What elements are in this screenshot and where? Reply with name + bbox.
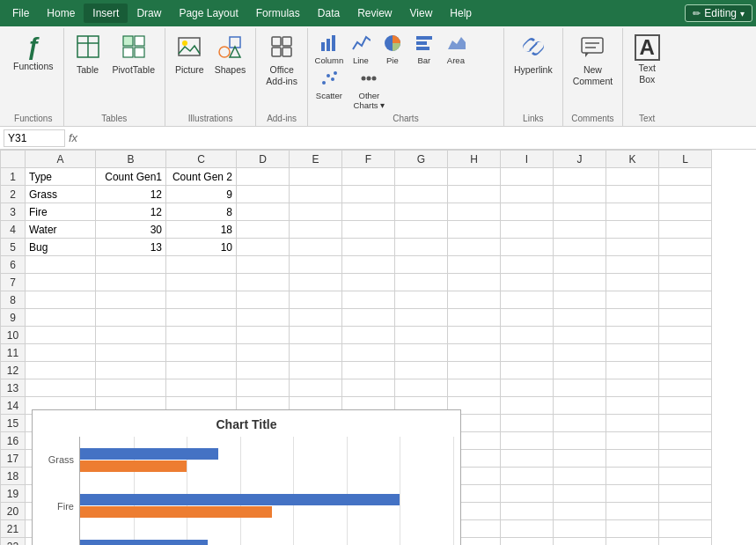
menu-data[interactable]: Data [309,4,349,23]
cell[interactable] [501,203,554,221]
cell[interactable]: 13 [96,239,166,256]
cell[interactable] [606,239,659,256]
cell[interactable] [96,274,166,291]
cell[interactable] [96,327,166,344]
cell[interactable] [501,468,554,485]
menu-file[interactable]: File [4,4,38,23]
cell[interactable] [606,468,659,485]
cell[interactable] [237,203,290,221]
cell[interactable]: 30 [96,221,166,239]
cell[interactable] [606,274,659,291]
cell[interactable] [237,239,290,256]
cell[interactable] [166,256,237,274]
cell[interactable] [554,432,606,450]
cell[interactable] [659,291,712,309]
cell[interactable] [237,274,290,291]
cell[interactable] [554,520,606,538]
cell[interactable] [26,344,96,362]
shapes-button[interactable]: Shapes [210,32,251,78]
cell[interactable] [290,274,342,291]
menu-formulas[interactable]: Formulas [247,4,309,23]
cell[interactable] [237,256,290,274]
cell[interactable] [501,256,554,274]
cell[interactable] [501,186,554,203]
picture-button[interactable]: Picture [171,32,209,78]
col-header-k[interactable]: K [606,151,659,168]
cell[interactable] [501,397,554,415]
cell[interactable] [395,221,448,239]
cell[interactable] [554,362,606,379]
area-chart-button[interactable]: Area [440,32,472,67]
cell[interactable] [237,309,290,327]
cell[interactable] [554,485,606,503]
cell[interactable] [26,362,96,379]
hyperlink-button[interactable]: Hyperlink [510,32,557,78]
cell[interactable] [237,168,290,186]
menu-insert[interactable]: Insert [84,4,128,23]
cell[interactable] [606,432,659,450]
cell[interactable] [237,186,290,203]
cell[interactable] [342,309,395,327]
cell[interactable] [501,221,554,239]
cell[interactable] [554,274,606,291]
cell[interactable] [395,362,448,379]
cell[interactable] [554,379,606,397]
cell[interactable] [26,327,96,344]
menu-page-layout[interactable]: Page Layout [170,4,246,23]
cell[interactable] [395,309,448,327]
scatter-chart-button[interactable]: Scatter [313,67,345,102]
cell[interactable] [501,379,554,397]
cell[interactable] [166,344,237,362]
new-comment-button[interactable]: NewComment [569,32,618,89]
cell[interactable]: Fire [26,203,96,221]
cell[interactable] [237,327,290,344]
cell[interactable]: 9 [166,186,237,203]
cell[interactable] [659,239,712,256]
cell[interactable] [501,309,554,327]
cell[interactable] [26,274,96,291]
cell[interactable] [342,168,395,186]
cell[interactable] [448,327,501,344]
cell[interactable] [166,327,237,344]
cell[interactable] [342,274,395,291]
table-button[interactable]: Table [70,32,106,78]
col-header-a[interactable]: A [26,151,96,168]
cell[interactable] [395,168,448,186]
col-header-e[interactable]: E [290,151,342,168]
col-header-b[interactable]: B [96,151,166,168]
cell[interactable] [501,538,554,546]
cell[interactable] [606,203,659,221]
cell[interactable] [606,362,659,379]
cell[interactable] [554,256,606,274]
menu-view[interactable]: View [401,4,442,23]
function-button[interactable]: ƒ Functions [9,32,58,75]
cell[interactable] [659,468,712,485]
cell[interactable] [501,291,554,309]
cell[interactable] [342,344,395,362]
cell[interactable] [659,450,712,468]
chart-area[interactable]: Chart Title Bug Water Fire Grass 0510152… [32,409,461,545]
cell[interactable] [554,239,606,256]
cell[interactable] [606,186,659,203]
cell[interactable] [237,362,290,379]
cell[interactable] [501,344,554,362]
cell[interactable] [659,186,712,203]
cell[interactable] [606,503,659,520]
cell[interactable] [659,485,712,503]
cell[interactable] [448,291,501,309]
cell[interactable] [554,344,606,362]
cell[interactable] [659,503,712,520]
cell[interactable] [659,221,712,239]
col-header-l[interactable]: L [659,151,712,168]
cell[interactable]: 10 [166,239,237,256]
cell[interactable] [501,520,554,538]
cell[interactable] [606,397,659,415]
menu-draw[interactable]: Draw [128,4,170,23]
cell[interactable] [395,186,448,203]
cell[interactable] [237,291,290,309]
cell[interactable] [554,291,606,309]
col-header-h[interactable]: H [448,151,501,168]
cell[interactable] [395,203,448,221]
cell[interactable]: Count Gen 2 [166,168,237,186]
cell[interactable] [342,239,395,256]
